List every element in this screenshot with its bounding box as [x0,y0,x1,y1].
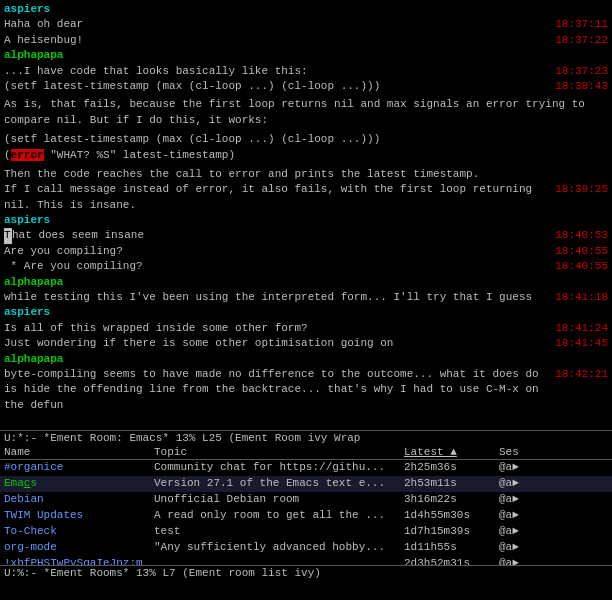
room-name[interactable]: Debian [4,492,154,508]
room-ses: @a► [499,540,559,556]
room-name[interactable]: To-Check [4,524,154,540]
author-line: alphapapa [4,48,608,63]
table-row[interactable]: org-mode "Any sufficiently advanced hobb… [0,540,612,556]
table-area[interactable]: Name Topic Latest ▲ Ses #organice Commun… [0,445,612,565]
author-line: alphapapa [4,352,608,367]
author-aspiers: aspiers [4,3,50,15]
col-name: Name [4,446,154,458]
room-ses: @a► [499,508,559,524]
message-text: Then the code reaches the call to error … [4,168,479,180]
room-latest: 2h25m36s [404,460,499,476]
status-bar-top: U:*:- *Ement Room: Emacs* 13% L25 (Ement… [0,430,612,445]
message-line: byte-compiling seems to have made no dif… [4,367,608,413]
author-line: aspiers [4,2,608,17]
status-bar-bottom: U:%:- *Ement Rooms* 13% L7 (Ement room l… [0,565,612,580]
room-topic: A read only room to get all the ... [154,508,404,524]
room-name[interactable]: !xbfPHSTwPySgaIeJnz:ma... [4,556,154,565]
message-text: while testing this I've been using the i… [4,290,547,305]
message-line: That does seem insane 18:40:53 [4,228,608,243]
room-latest: 2d3h52m31s [404,556,499,565]
message-text: If I call message instead of error, it a… [4,182,547,213]
table-row[interactable]: !xbfPHSTwPySgaIeJnz:ma... 2d3h52m31s @a► [0,556,612,565]
room-topic: Version 27.1 of the Emacs text e... [154,476,404,492]
cursor: T [4,228,12,243]
message-line: As is, that fails, because the first loo… [4,97,608,128]
message-text: As is, that fails, because the first loo… [4,98,592,125]
room-topic: test [154,524,404,540]
author-aspiers: aspiers [4,214,50,226]
message-text: ...I have code that looks basically like… [4,64,547,79]
message-time: 18:42:21 [555,367,608,382]
author-alphapapa: alphapapa [4,353,63,365]
room-latest: 1d4h55m30s [404,508,499,524]
room-topic [154,556,404,565]
chat-area: aspiers Haha oh dear 18:37:11 A heisenbu… [0,0,612,430]
message-line: * Are you compiling? 18:40:55 [4,259,608,274]
message-text: Just wondering if there is some other op… [4,336,547,351]
room-name[interactable]: TWIM Updates [4,508,154,524]
message-line: Just wondering if there is some other op… [4,336,608,351]
author-alphapapa: alphapapa [4,49,63,61]
room-name[interactable]: org-mode [4,540,154,556]
message-text: byte-compiling seems to have made no dif… [4,367,547,413]
table-header: Name Topic Latest ▲ Ses [0,445,612,460]
message-line: ...I have code that looks basically like… [4,64,608,79]
message-time: 18:41:45 [555,336,608,351]
message-line: Is all of this wrapped inside some other… [4,321,608,336]
room-ses: @a► [499,476,559,492]
message-text: Haha oh dear [4,17,547,32]
table-row[interactable]: TWIM Updates A read only room to get all… [0,508,612,524]
author-line: aspiers [4,305,608,320]
message-text: Are you compiling? [4,244,547,259]
message-time: 18:40:55 [555,259,608,274]
code-text-error: (error "WHAT? %S" latest-timestamp) [4,149,235,161]
room-ses: @a► [499,524,559,540]
message-time: 18:37:22 [555,33,608,48]
message-line: (error "WHAT? %S" latest-timestamp) [4,148,608,163]
room-ses: @a► [499,460,559,476]
message-time: 18:37:11 [555,17,608,32]
message-line: (setf latest-timestamp (max (cl-loop ...… [4,79,608,94]
room-name[interactable]: #organice [4,460,154,476]
table-row[interactable]: Debian Unofficial Debian room 3h16m22s @… [0,492,612,508]
author-line: alphapapa [4,275,608,290]
room-topic: Unofficial Debian room [154,492,404,508]
message-time: 18:39:25 [555,182,608,197]
table-row[interactable]: #organice Community chat for https://git… [0,460,612,476]
author-aspiers: aspiers [4,306,50,318]
room-topic: Community chat for https://githu... [154,460,404,476]
code-text: (setf latest-timestamp (max (cl-loop ...… [4,133,380,145]
status-text-bottom: U:%:- *Ement Rooms* 13% L7 (Ement room l… [4,567,321,579]
table-row[interactable]: Emacs Version 27.1 of the Emacs text e..… [0,476,612,492]
message-line: If I call message instead of error, it a… [4,182,608,213]
message-text: (setf latest-timestamp (max (cl-loop ...… [4,79,547,94]
message-time: 18:37:23 [555,64,608,79]
col-ses: Ses [499,446,559,458]
message-time: 18:41:18 [555,290,608,305]
author-line: aspiers [4,213,608,228]
message-line: A heisenbug! 18:37:22 [4,33,608,48]
message-line: Then the code reaches the call to error … [4,167,608,182]
room-latest: 1d11h55s [404,540,499,556]
message-text: * Are you compiling? [4,259,547,274]
col-latest: Latest ▲ [404,446,499,458]
error-keyword: error [11,149,44,161]
room-name[interactable]: Emacs [4,476,154,492]
author-alphapapa: alphapapa [4,276,63,288]
message-line: Are you compiling? 18:40:55 [4,244,608,259]
room-ses: @a► [499,492,559,508]
room-latest: 1d7h15m39s [404,524,499,540]
room-ses: @a► [499,556,559,565]
message-text: That does seem insane [4,228,547,243]
message-time: 18:40:55 [555,244,608,259]
col-topic: Topic [154,446,404,458]
message-line: Haha oh dear 18:37:11 [4,17,608,32]
room-latest: 3h16m22s [404,492,499,508]
table-row[interactable]: To-Check test 1d7h15m39s @a► [0,524,612,540]
room-topic: "Any sufficiently advanced hobby... [154,540,404,556]
message-line: (setf latest-timestamp (max (cl-loop ...… [4,132,608,147]
room-latest: 2h53m11s [404,476,499,492]
message-line: while testing this I've been using the i… [4,290,608,305]
message-text: Is all of this wrapped inside some other… [4,321,547,336]
status-text-top: U:*:- *Ement Room: Emacs* 13% L25 (Ement… [4,432,360,444]
